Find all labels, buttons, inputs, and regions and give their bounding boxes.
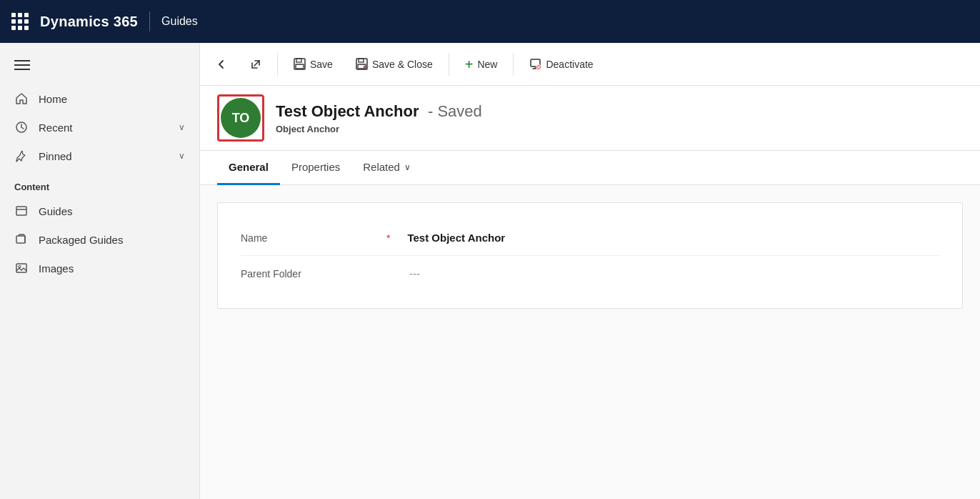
sidebar-item-recent[interactable]: Recent ∨ (0, 113, 199, 142)
nav-section: Guides (161, 15, 198, 28)
record-avatar: TO (221, 98, 261, 138)
sidebar-home-label: Home (39, 93, 185, 105)
record-subtitle: Object Anchor (276, 124, 482, 134)
save-close-button[interactable]: Save & Close (346, 52, 443, 76)
tabs-bar: General Properties Related ∨ (200, 151, 980, 185)
avatar-initials: TO (232, 111, 250, 126)
svg-point-6 (19, 266, 21, 268)
svg-rect-3 (16, 236, 25, 243)
parent-folder-value[interactable]: --- (409, 267, 420, 280)
record-header: TO Test Object Anchor - Saved Object Anc… (200, 86, 980, 151)
form-row-name: Name * Test Object Anchor (241, 220, 939, 256)
form-area: Name * Test Object Anchor Parent Folder … (200, 185, 980, 499)
new-label: New (477, 59, 497, 70)
sidebar-item-pinned[interactable]: Pinned ∨ (0, 142, 199, 170)
name-field-label: Name (241, 232, 369, 244)
sidebar-guides-label: Guides (39, 205, 185, 217)
toolbar: Save Save & Close + New (200, 43, 980, 86)
record-title: Test Object Anchor (276, 102, 419, 120)
packaged-guides-icon (14, 232, 29, 247)
tab-properties-label: Properties (291, 161, 340, 173)
toolbar-divider-1 (277, 53, 278, 76)
back-icon (216, 59, 227, 70)
images-icon (14, 261, 29, 275)
save-label: Save (310, 59, 333, 70)
sidebar-item-images[interactable]: Images (0, 254, 199, 282)
back-button[interactable] (206, 53, 237, 76)
open-new-icon (250, 59, 261, 70)
form-row-parent-folder: Parent Folder --- (241, 256, 939, 291)
new-plus-icon: + (465, 57, 474, 71)
deactivate-label: Deactivate (546, 59, 593, 70)
tab-general[interactable]: General (217, 151, 280, 185)
new-button[interactable]: + New (455, 51, 508, 77)
sidebar-pinned-label: Pinned (39, 150, 169, 162)
toolbar-divider-2 (449, 53, 449, 76)
recent-icon (14, 120, 29, 134)
svg-line-7 (254, 61, 259, 66)
related-chevron-icon: ∨ (404, 162, 411, 172)
svg-rect-1 (16, 207, 26, 215)
tab-related-label: Related (363, 161, 400, 173)
record-avatar-wrapper[interactable]: TO (217, 94, 264, 142)
tab-related[interactable]: Related ∨ (351, 151, 422, 185)
parent-folder-label: Parent Folder (241, 268, 369, 280)
pinned-chevron-icon: ∨ (179, 151, 185, 161)
deactivate-icon (529, 58, 541, 70)
record-status: - Saved (428, 102, 482, 120)
save-close-label: Save & Close (372, 59, 433, 70)
sidebar-menu-button[interactable] (0, 51, 199, 84)
record-title-area: Test Object Anchor - Saved Object Anchor (276, 102, 482, 134)
open-in-new-button[interactable] (240, 53, 271, 76)
nav-divider (149, 11, 150, 31)
svg-rect-5 (16, 264, 26, 272)
home-icon (14, 92, 29, 106)
sidebar-images-label: Images (39, 262, 185, 275)
name-required-indicator: * (386, 232, 390, 244)
name-field-value[interactable]: Test Object Anchor (407, 232, 505, 244)
main-layout: Home Recent ∨ Pinned ∨ Content (0, 43, 980, 499)
sidebar-item-packaged-guides[interactable]: Packaged Guides (0, 225, 199, 254)
sidebar: Home Recent ∨ Pinned ∨ Content (0, 43, 200, 499)
app-title: Dynamics 365 (40, 14, 138, 30)
form-card: Name * Test Object Anchor Parent Folder … (217, 202, 963, 309)
sidebar-item-guides[interactable]: Guides (0, 197, 199, 225)
sidebar-content-section: Content (0, 170, 199, 197)
guides-icon (14, 204, 29, 218)
app-launcher-icon[interactable] (11, 13, 29, 30)
record-title-row: Test Object Anchor - Saved (276, 102, 482, 121)
tab-properties[interactable]: Properties (280, 151, 351, 185)
sidebar-item-home[interactable]: Home (0, 84, 199, 113)
deactivate-button[interactable]: Deactivate (519, 52, 603, 76)
save-button[interactable]: Save (284, 52, 343, 76)
tab-general-label: General (229, 161, 269, 173)
sidebar-packaged-guides-label: Packaged Guides (39, 234, 185, 246)
top-navigation: Dynamics 365 Guides (0, 0, 980, 43)
toolbar-divider-3 (513, 53, 514, 76)
save-icon (294, 58, 306, 70)
svg-rect-10 (296, 64, 304, 69)
content-area: Save Save & Close + New (200, 43, 980, 499)
recent-chevron-icon: ∨ (179, 122, 185, 132)
save-close-icon (356, 58, 368, 70)
pinned-icon (14, 149, 29, 163)
sidebar-recent-label: Recent (39, 122, 169, 134)
